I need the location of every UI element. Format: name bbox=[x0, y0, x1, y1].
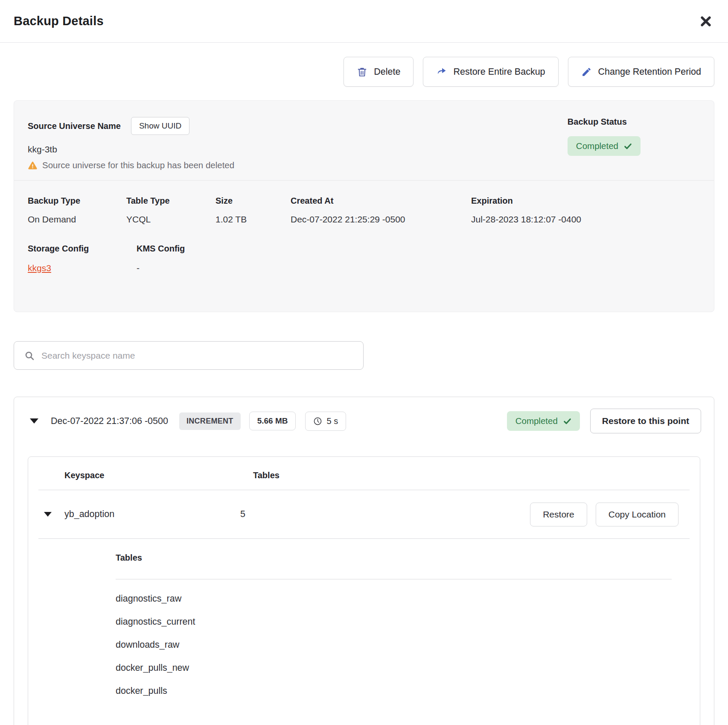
restore-entire-backup-label: Restore Entire Backup bbox=[453, 67, 545, 77]
search-input[interactable] bbox=[41, 351, 353, 361]
change-retention-period-button[interactable]: Change Retention Period bbox=[568, 57, 714, 87]
backup-details-modal: Backup Details Delete Restore Entire Bac… bbox=[0, 0, 728, 725]
universe-deleted-warning: Source universe for this backup has been… bbox=[28, 160, 234, 170]
backup-status-badge: Completed bbox=[568, 136, 641, 156]
table-type-field: Table Type YCQL bbox=[126, 196, 215, 225]
tables-column-header: Tables bbox=[253, 471, 280, 480]
clock-icon bbox=[313, 417, 322, 426]
source-universe-name: kkg-3tb bbox=[28, 144, 234, 155]
keyspace-row: yb_adoption 5 Restore Copy Location bbox=[28, 490, 700, 538]
check-icon bbox=[563, 417, 571, 425]
backup-status-value: Completed bbox=[576, 141, 618, 151]
toolbar: Delete Restore Entire Backup Change Rete… bbox=[14, 57, 714, 87]
restore-entire-backup-button[interactable]: Restore Entire Backup bbox=[423, 57, 558, 87]
keyspace-table-card: Keyspace Tables yb_adoption 5 Restore Co… bbox=[28, 456, 700, 725]
kms-config-field: KMS Config - bbox=[137, 244, 185, 273]
summary-panel: Source Universe Name Show UUID kkg-3tb S… bbox=[14, 100, 714, 312]
delete-button-label: Delete bbox=[374, 67, 400, 77]
restore-arrow-icon bbox=[436, 67, 447, 77]
table-list-item: diagnostics_current bbox=[116, 610, 672, 633]
keyspace-table-count: 5 bbox=[240, 509, 245, 520]
delete-button[interactable]: Delete bbox=[344, 57, 414, 87]
increment-duration-badge: 5 s bbox=[305, 412, 346, 431]
backup-status-block: Backup Status Completed bbox=[568, 117, 641, 170]
table-list-item: docker_pulls bbox=[116, 679, 672, 702]
table-list-item: diagnostics_raw bbox=[116, 587, 672, 610]
search-icon bbox=[24, 351, 35, 361]
warning-icon bbox=[28, 161, 38, 170]
backup-status-label: Backup Status bbox=[568, 117, 627, 127]
table-list-item: downloads_raw bbox=[116, 633, 672, 656]
keyspace-table-header: Keyspace Tables bbox=[28, 457, 700, 490]
backup-type-field: Backup Type On Demand bbox=[28, 196, 126, 225]
increment-collapse-caret-icon[interactable] bbox=[30, 418, 38, 424]
close-button[interactable] bbox=[697, 13, 714, 30]
table-list-item: docker_pulls_new bbox=[116, 656, 672, 679]
restore-to-this-point-button[interactable]: Restore to this point bbox=[590, 409, 701, 433]
keyspace-column-header: Keyspace bbox=[64, 471, 253, 480]
summary-fields-row: Backup Type On Demand Table Type YCQL Si… bbox=[14, 181, 714, 225]
copy-location-button[interactable]: Copy Location bbox=[596, 503, 678, 526]
check-icon bbox=[624, 142, 632, 150]
show-uuid-button[interactable]: Show UUID bbox=[131, 117, 189, 135]
tables-sublist: Tables diagnostics_raw diagnostics_curre… bbox=[28, 539, 700, 702]
source-universe-label: Source Universe Name bbox=[28, 121, 121, 131]
warning-text: Source universe for this backup has been… bbox=[42, 160, 234, 170]
page-title: Backup Details bbox=[14, 14, 104, 28]
close-icon bbox=[699, 15, 712, 28]
summary-config-row: Storage Config kkgs3 KMS Config - bbox=[14, 244, 714, 312]
tables-sublist-header: Tables bbox=[116, 553, 672, 563]
divider bbox=[116, 579, 672, 579]
source-universe-block: Source Universe Name Show UUID kkg-3tb S… bbox=[28, 117, 234, 170]
increment-size-badge: 5.66 MB bbox=[249, 412, 296, 430]
increment-type-badge: INCREMENT bbox=[179, 412, 241, 430]
size-field: Size 1.02 TB bbox=[215, 196, 291, 225]
modal-header: Backup Details bbox=[0, 0, 728, 43]
created-at-field: Created At Dec-07-2022 21:25:29 -0500 bbox=[291, 196, 471, 225]
increment-status-badge: Completed bbox=[507, 411, 580, 431]
increment-card: Dec-07-2022 21:37:06 -0500 INCREMENT 5.6… bbox=[14, 397, 714, 725]
storage-config-field: Storage Config kkgs3 bbox=[28, 244, 137, 273]
trash-icon bbox=[357, 67, 367, 77]
tables-list: diagnostics_raw diagnostics_current down… bbox=[116, 587, 672, 702]
increment-timestamp: Dec-07-2022 21:37:06 -0500 bbox=[51, 416, 168, 427]
keyspace-collapse-caret-icon[interactable] bbox=[44, 512, 52, 517]
expiration-field: Expiration Jul-28-2023 18:12:07 -0400 bbox=[471, 196, 581, 225]
increment-status-value: Completed bbox=[515, 416, 558, 426]
increment-row: Dec-07-2022 21:37:06 -0500 INCREMENT 5.6… bbox=[14, 408, 714, 434]
storage-config-link[interactable]: kkgs3 bbox=[28, 263, 51, 273]
restore-keyspace-button[interactable]: Restore bbox=[530, 503, 587, 526]
summary-top-section: Source Universe Name Show UUID kkg-3tb S… bbox=[14, 101, 714, 180]
change-retention-period-label: Change Retention Period bbox=[598, 67, 701, 77]
pencil-icon bbox=[581, 67, 592, 77]
keyspace-name: yb_adoption bbox=[64, 509, 240, 520]
keyspace-search[interactable] bbox=[14, 341, 364, 370]
